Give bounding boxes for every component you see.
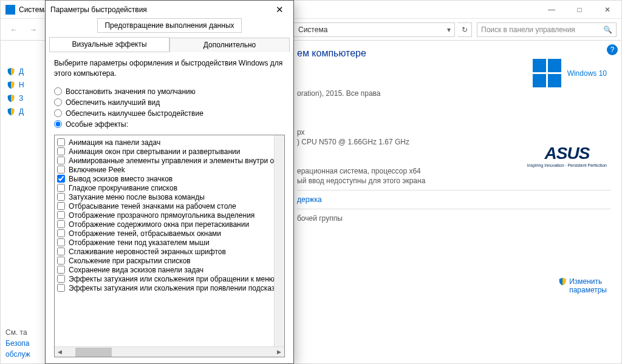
shield-icon (7, 94, 15, 103)
close-icon[interactable]: ✕ (270, 1, 289, 19)
forward-button[interactable]: → (25, 21, 42, 38)
scrollbar-horizontal[interactable]: ◀ ▶ (55, 346, 284, 357)
search-icon: 🔍 (603, 25, 612, 34)
effects-listbox: Анимация на панели задачАнимация окон пр… (54, 135, 285, 357)
checkbox-input[interactable] (57, 166, 65, 174)
checkbox-input[interactable] (57, 211, 65, 219)
change-settings-link[interactable]: Изменить параметры (558, 277, 607, 294)
see-also: См. та Безопа обслуж (5, 325, 30, 359)
tab-strip: Визуальные эффекты Дополнительно (49, 37, 290, 52)
tab-visual-effects[interactable]: Визуальные эффекты (49, 37, 169, 52)
effect-checkbox[interactable]: Гладкое прокручивание списков (57, 184, 272, 192)
search-box[interactable]: Поиск в панели управления 🔍 (477, 22, 617, 37)
checkbox-input[interactable] (57, 266, 65, 274)
tab-dep[interactable]: Предотвращение выполнения данных (97, 18, 242, 33)
breadcrumb: Система (298, 25, 327, 34)
checkbox-input[interactable] (57, 257, 65, 265)
effect-checkbox[interactable]: Анимация на панели задач (57, 138, 272, 147)
touch-info: ый ввод недоступны для этого экрана (297, 177, 610, 185)
effect-checkbox[interactable]: Эффекты затухания или скольжения при обр… (57, 275, 272, 283)
effect-checkbox[interactable]: Отображение содержимого окна при перетас… (57, 220, 272, 229)
close-button[interactable]: ✕ (593, 1, 621, 19)
refresh-button[interactable]: ↻ (457, 22, 472, 37)
radio-input[interactable] (54, 98, 62, 106)
dialog-description: Выберите параметры оформления и быстроде… (54, 58, 285, 79)
checkbox-input[interactable] (57, 238, 65, 246)
checkbox-input[interactable] (57, 229, 65, 237)
checkbox-input[interactable] (57, 138, 65, 146)
effect-checkbox[interactable]: Скольжение при раскрытии списков (57, 257, 272, 265)
scroll-thumb[interactable] (75, 348, 112, 357)
checkbox-input[interactable] (57, 157, 65, 164)
shield-icon (7, 81, 15, 89)
cpu-arch: рх (297, 128, 610, 136)
radio-option[interactable]: Восстановить значения по умолчанию (54, 87, 285, 96)
effect-checkbox[interactable]: Отображение теней, отбрасываемых окнами (57, 229, 272, 238)
effect-checkbox[interactable]: Анимированные элементы управления и элем… (57, 157, 272, 165)
effect-checkbox[interactable]: Вывод эскизов вместо значков (57, 175, 272, 183)
footer-link[interactable]: обслуж (5, 350, 30, 359)
scroll-right-icon[interactable]: ▶ (274, 347, 284, 357)
scrollbar-vertical[interactable] (274, 135, 284, 346)
app-icon (5, 5, 15, 15)
workgroup-label: бочей группы (297, 214, 610, 223)
radio-input[interactable] (54, 87, 62, 95)
support-link[interactable]: держка (297, 195, 610, 204)
checkbox-input[interactable] (57, 147, 65, 155)
asus-logo: ASUS Inspiring Innovation · Persistent P… (527, 144, 607, 167)
checkbox-input[interactable] (57, 202, 65, 210)
page-title: ем компьютере (297, 48, 610, 59)
shield-icon (7, 107, 15, 116)
effect-checkbox[interactable]: Сохранение вида эскизов панели задач (57, 266, 272, 274)
minimize-button[interactable]: ― (538, 1, 566, 19)
checkbox-input[interactable] (57, 284, 65, 292)
dialog-titlebar: Параметры быстродействия ✕ (46, 1, 293, 19)
effect-checkbox[interactable]: Затухание меню после вызова команды (57, 193, 272, 201)
effect-checkbox[interactable]: Отображение тени под указателем мыши (57, 238, 272, 247)
copyright-text: oration), 2015. Все права (297, 89, 610, 98)
radio-option[interactable]: Обеспечить наилучшее быстродействие (54, 109, 285, 118)
shield-icon (7, 67, 15, 76)
radio-input[interactable] (54, 120, 62, 128)
shield-icon (558, 277, 567, 286)
dialog-title: Параметры быстродействия (50, 5, 270, 14)
checkbox-input[interactable] (57, 193, 65, 201)
checkbox-input[interactable] (57, 175, 65, 183)
radio-option[interactable]: Обеспечить наилучший вид (54, 98, 285, 107)
scroll-left-icon[interactable]: ◀ (55, 347, 65, 357)
maximize-button[interactable]: □ (566, 1, 593, 19)
window-title: Система (19, 5, 48, 14)
effect-checkbox[interactable]: Отображение прозрачного прямоугольника в… (57, 211, 272, 220)
radio-input[interactable] (54, 109, 62, 117)
checkbox-input[interactable] (57, 248, 65, 255)
effect-checkbox[interactable]: Сглаживание неровностей экранных шрифтов (57, 248, 272, 256)
checkbox-input[interactable] (57, 184, 65, 192)
windows-logo: Windows 10 (533, 59, 607, 87)
footer-link[interactable]: Безопа (5, 339, 30, 348)
checkbox-input[interactable] (57, 220, 65, 228)
os-type: ерационная система, процессор x64 (297, 167, 610, 175)
effect-checkbox[interactable]: Анимация окон при свертывании и разверты… (57, 147, 272, 156)
effect-checkbox[interactable]: Отбрасывание теней значками на рабочем с… (57, 202, 272, 211)
effect-checkbox[interactable]: Включение Peek (57, 166, 272, 174)
search-placeholder: Поиск в панели управления (481, 25, 575, 34)
tab-advanced[interactable]: Дополнительно (169, 38, 290, 52)
radio-option[interactable]: Особые эффекты: (54, 120, 285, 129)
back-button[interactable]: ← (5, 21, 22, 38)
dropdown-icon[interactable]: ▾ (447, 25, 451, 34)
checkbox-input[interactable] (57, 275, 65, 283)
effect-checkbox[interactable]: Эффекты затухания или скольжения при поя… (57, 284, 272, 292)
performance-options-dialog: Параметры быстродействия ✕ Предотвращени… (45, 0, 294, 364)
